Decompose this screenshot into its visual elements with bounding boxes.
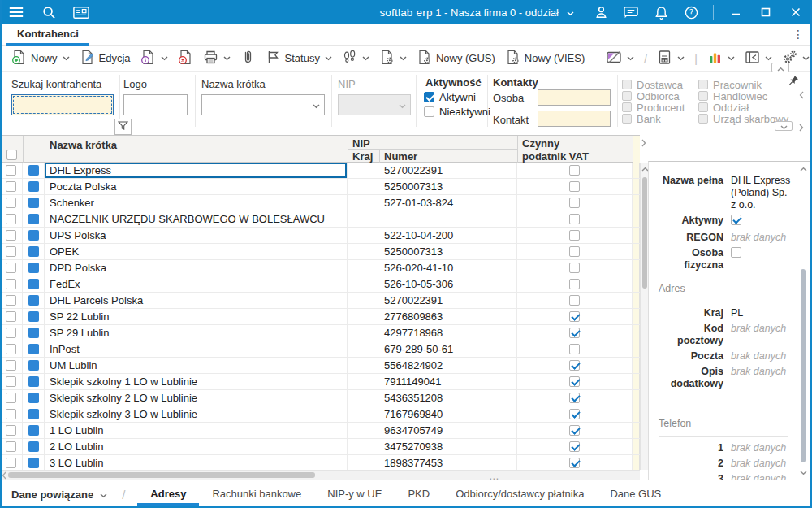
table-row[interactable]: FedEx526-10-05-306 [0, 276, 640, 293]
logo-input[interactable] [123, 94, 188, 115]
table-row[interactable]: Schenker527-01-03-824 [0, 195, 640, 211]
short-name-combo[interactable] [201, 94, 325, 115]
row-checkbox[interactable] [6, 198, 16, 208]
company-selector[interactable]: 1 - Nasza firma 0 - oddział [435, 7, 574, 19]
vat-checkbox[interactable] [569, 198, 580, 208]
toolbar-button-report[interactable] [652, 47, 689, 70]
tab-kontrahenci[interactable]: Kontrahenci [6, 24, 89, 46]
table-row[interactable]: 2 LO Lublin3475270938 [0, 439, 640, 455]
checkbox[interactable] [424, 106, 434, 117]
activity-checkbox-nieaktywni[interactable]: Nieaktywni [424, 106, 490, 117]
toolbar-button-doc-delete[interactable] [173, 47, 198, 70]
vat-checkbox[interactable] [569, 409, 580, 419]
row-checkbox[interactable] [6, 246, 16, 257]
more-vert-icon[interactable]: ⋮ [793, 28, 804, 41]
help-icon[interactable]: ? [683, 4, 699, 20]
cell-short-name[interactable]: OPEK [45, 244, 348, 259]
detail-checkbox[interactable] [731, 215, 741, 225]
column-filter-button[interactable] [114, 119, 132, 135]
collapse-filter-button[interactable] [771, 63, 789, 72]
cell-short-name[interactable]: 3 LO Lublin [45, 455, 348, 470]
table-row[interactable]: 1 LO Lublin9634705749 [0, 423, 640, 439]
table-row[interactable]: DHL Express5270022391 [0, 163, 640, 179]
table-row[interactable]: Sklepik szkolny 2 LO w Lublinie543635120… [0, 390, 640, 406]
vat-checkbox[interactable] [569, 295, 580, 306]
table-row[interactable]: NACZELNIK URZĘDU SKARBOWEGO W BOLESŁAWCU [0, 211, 640, 228]
column-header-nip[interactable]: NIP [352, 137, 370, 150]
table-row[interactable]: Sklepik szkolny 1 LO w Lublinie791114904… [0, 374, 640, 390]
pin-icon[interactable] [788, 75, 799, 87]
minimize-icon[interactable] [728, 4, 744, 20]
vat-checkbox[interactable] [569, 311, 580, 322]
contact-input[interactable] [538, 111, 611, 127]
cell-short-name[interactable]: DHL Express [45, 163, 348, 178]
row-checkbox[interactable] [6, 458, 16, 468]
table-row[interactable]: SP 29 Lublin4297718968 [0, 325, 640, 341]
related-tab-pkd[interactable]: PKD [395, 484, 443, 506]
vat-checkbox[interactable] [569, 165, 580, 176]
detail-checkbox[interactable] [731, 247, 741, 258]
cell-short-name[interactable]: SP 29 Lublin [45, 325, 348, 341]
row-checkbox[interactable] [6, 409, 16, 419]
row-checkbox[interactable] [6, 295, 16, 306]
toolbar-button-nowy-gus[interactable]: Nowy (GUS) [412, 47, 500, 70]
column-header-short-name[interactable]: Nazwa krótka [50, 139, 117, 151]
row-checkbox[interactable] [6, 344, 16, 354]
column-header-number[interactable]: Numer [384, 150, 417, 163]
vat-checkbox[interactable] [569, 360, 580, 371]
scroll-up-icon[interactable] [799, 163, 807, 173]
vat-checkbox[interactable] [569, 425, 580, 436]
column-header-vat-line1[interactable]: Czynny [522, 137, 559, 150]
expand-columns-button[interactable] [639, 136, 649, 150]
row-checkbox[interactable] [6, 263, 16, 273]
horizontal-scrollbar-thumb[interactable] [8, 472, 315, 478]
table-row[interactable]: SP 22 Lublin2776809863 [0, 309, 640, 325]
row-checkbox[interactable] [6, 214, 16, 224]
bell-icon[interactable] [653, 4, 669, 20]
close-icon[interactable] [788, 4, 804, 20]
table-row[interactable]: InPost679-289-50-61 [0, 341, 640, 358]
detail-scrollbar-thumb[interactable] [801, 269, 806, 462]
related-tab-nip-y-w-ue[interactable]: NIP-y w UE [314, 484, 395, 506]
scroll-down-icon[interactable] [799, 467, 807, 477]
related-tab-rachunki-bankowe[interactable]: Rachunki bankowe [199, 484, 314, 506]
vat-checkbox[interactable] [569, 230, 580, 241]
row-checkbox[interactable] [6, 376, 16, 387]
toolbar-button-doc-gear[interactable] [374, 47, 412, 70]
toolbar-button-chart[interactable] [702, 47, 740, 70]
select-all-checkbox[interactable] [6, 150, 17, 160]
vat-checkbox[interactable] [569, 279, 580, 289]
search-icon[interactable] [41, 4, 57, 20]
cell-short-name[interactable]: NACZELNIK URZĘDU SKARBOWEGO W BOLESŁAWCU [45, 211, 348, 227]
cell-short-name[interactable]: Schenker [45, 195, 348, 211]
row-checkbox[interactable] [6, 425, 16, 436]
vat-checkbox[interactable] [569, 376, 580, 387]
row-checkbox[interactable] [6, 311, 16, 322]
cell-short-name[interactable]: Sklepik szkolny 3 LO w Lublinie [45, 406, 348, 422]
related-tab-odbiorcy-dostawcy-p-atnika[interactable]: Odbiorcy/dostawcy płatnika [443, 484, 597, 506]
vat-checkbox[interactable] [569, 181, 580, 192]
expand-filter-button[interactable] [775, 121, 793, 131]
toolbar-button-footprints[interactable] [337, 47, 374, 70]
table-row[interactable]: UM Lublin5564824902 [0, 358, 640, 374]
table-row[interactable]: DPD Polska526-020-41-10 [0, 260, 640, 276]
related-tab-dane-gus[interactable]: Dane GUS [597, 484, 674, 506]
table-row[interactable]: OPEK5250007313 [0, 244, 640, 260]
toolbar-button-printer[interactable] [198, 47, 235, 70]
row-checkbox[interactable] [6, 181, 16, 192]
row-checkbox[interactable] [6, 328, 16, 338]
table-row[interactable]: Poczta Polska5250007313 [0, 179, 640, 195]
hamburger-icon[interactable] [8, 4, 24, 20]
search-contractor-input[interactable] [11, 94, 114, 115]
row-checkbox[interactable] [6, 393, 16, 403]
cell-short-name[interactable]: DPD Polska [45, 260, 348, 276]
vat-checkbox[interactable] [569, 393, 580, 403]
vat-checkbox[interactable] [569, 344, 580, 354]
vat-checkbox[interactable] [569, 263, 580, 273]
toolbar-button-nowy[interactable]: Nowy [6, 47, 75, 70]
toolbar-button-statusy[interactable]: Statusy [261, 47, 337, 70]
activity-checkbox-aktywni[interactable]: Aktywni [424, 91, 476, 102]
related-data-dropdown[interactable]: Dane powiązane [11, 488, 107, 501]
vat-checkbox[interactable] [569, 441, 580, 452]
cell-short-name[interactable]: Sklepik szkolny 2 LO w Lublinie [45, 390, 348, 406]
